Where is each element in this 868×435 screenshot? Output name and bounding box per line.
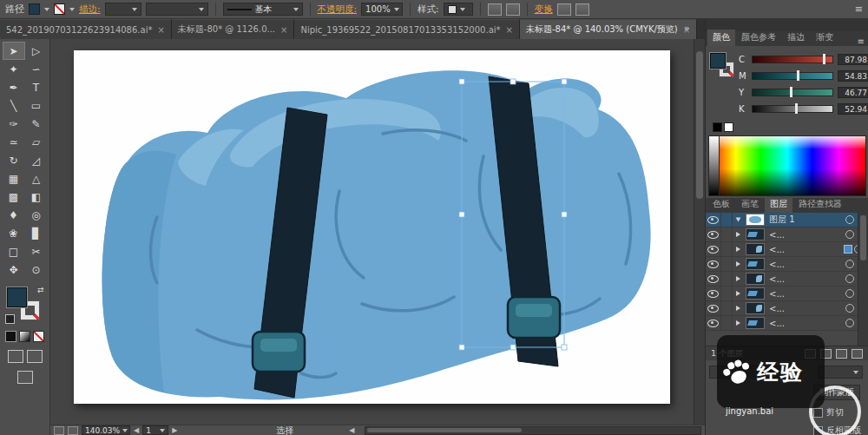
lock-toggle[interactable] <box>721 257 733 271</box>
delete-layer-icon[interactable] <box>852 349 863 359</box>
width-tool-icon[interactable]: ≃ <box>3 133 25 151</box>
default-fill-stroke-icon[interactable] <box>5 314 15 324</box>
zoom-dropdown[interactable]: 140.03% <box>82 425 130 435</box>
layer-label[interactable]: <... <box>767 289 845 299</box>
draw-normal-icon[interactable] <box>8 350 23 363</box>
magenta-slider[interactable] <box>752 72 833 80</box>
mesh-tool-icon[interactable]: ▩ <box>3 188 25 206</box>
target-circle-icon[interactable] <box>845 260 854 268</box>
rotate-tool-icon[interactable]: ↻ <box>3 151 25 169</box>
expand-arrow-icon[interactable] <box>733 217 743 222</box>
expand-arrow-icon[interactable] <box>733 276 743 281</box>
target-circle-icon[interactable] <box>845 304 854 313</box>
status-icon[interactable] <box>68 426 78 435</box>
screen-mode-icon[interactable] <box>17 371 33 384</box>
opacity-link[interactable]: 不透明度: <box>318 3 358 16</box>
pencil-tool-icon[interactable]: ✎ <box>25 115 48 133</box>
layer-row[interactable]: <... <box>706 257 868 272</box>
expand-arrow-icon[interactable] <box>733 261 743 267</box>
gradient-mode-icon[interactable] <box>19 331 30 342</box>
layer-row[interactable]: <... <box>706 272 868 287</box>
black-swatch[interactable] <box>713 122 722 132</box>
tab-brushes[interactable]: 画笔 <box>736 196 764 213</box>
expand-arrow-icon[interactable] <box>733 247 743 252</box>
perspective-grid-tool-icon[interactable]: △ <box>25 169 48 188</box>
white-swatch[interactable] <box>724 122 733 132</box>
style-dropdown[interactable] <box>444 3 473 16</box>
layer-row[interactable]: 图层 1 <box>706 213 868 227</box>
magenta-value[interactable]: 54.83 <box>838 70 868 82</box>
visibility-eye-icon[interactable] <box>706 213 721 227</box>
expand-arrow-icon[interactable] <box>733 320 743 326</box>
artboard-navigation-field[interactable]: 1 <box>142 425 168 435</box>
layers-scrollbar[interactable] <box>858 213 868 346</box>
expand-arrow-icon[interactable] <box>733 306 743 311</box>
rectangle-tool-icon[interactable]: ▭ <box>25 96 48 115</box>
lock-toggle[interactable] <box>721 287 733 300</box>
horizontal-scrollbar[interactable] <box>365 426 701 435</box>
layer-row[interactable]: <... <box>706 287 868 301</box>
grayscale-ramp[interactable] <box>709 136 720 195</box>
close-icon[interactable]: × <box>280 25 287 35</box>
eyedropper-tool-icon[interactable]: ♦ <box>3 206 25 224</box>
symbol-sprayer-tool-icon[interactable]: ❀ <box>3 224 25 242</box>
horizontal-scrollbar-thumb[interactable] <box>367 428 521 432</box>
scroll-left-icon[interactable]: ◀ <box>349 426 354 434</box>
layer-label[interactable]: <... <box>767 319 845 328</box>
layer-row[interactable]: <... <box>706 227 868 242</box>
fill-indicator[interactable] <box>7 287 27 307</box>
paintbrush-tool-icon[interactable]: ✑ <box>3 115 25 133</box>
expand-arrow-icon[interactable] <box>733 291 743 296</box>
lock-toggle[interactable] <box>721 301 733 315</box>
stroke-color-swatch[interactable] <box>54 3 65 15</box>
scale-tool-icon[interactable]: ◿ <box>25 151 48 169</box>
visibility-eye-icon[interactable] <box>706 257 721 271</box>
lock-toggle[interactable] <box>721 227 733 241</box>
panel-menu-icon[interactable]: ≡ <box>858 36 865 46</box>
lock-toggle[interactable] <box>721 213 733 227</box>
variable-width-dropdown[interactable] <box>146 3 208 16</box>
document-tab-active[interactable]: 未标题-84* @ 140.03% (CMYK/预览) × <box>520 19 697 39</box>
tab-layers[interactable]: 图层 <box>765 196 792 213</box>
fill-proxy[interactable] <box>710 53 726 69</box>
lasso-tool-icon[interactable]: ∽ <box>25 60 48 78</box>
layers-scrollbar-thumb[interactable] <box>860 215 866 260</box>
tab-gradient[interactable]: 渐变 <box>811 30 838 46</box>
brush-definition-dropdown[interactable]: 基本 <box>223 3 303 16</box>
blend-tool-icon[interactable]: ◎ <box>25 206 48 224</box>
graph-tool-icon[interactable]: ▊ <box>25 224 48 242</box>
document-setup-icon[interactable] <box>488 3 502 16</box>
layer-label[interactable]: <... <box>767 274 845 284</box>
panel-menu-icon[interactable]: ≡ <box>855 3 863 15</box>
eraser-tool-icon[interactable]: ▱ <box>25 133 48 151</box>
vertical-scrollbar-thumb[interactable] <box>696 51 703 199</box>
layer-row[interactable]: <... <box>706 316 868 331</box>
lock-toggle[interactable] <box>721 272 733 286</box>
close-icon[interactable]: × <box>506 25 513 35</box>
slider-marker[interactable] <box>823 54 825 64</box>
draw-behind-icon[interactable] <box>27 350 43 363</box>
align-icon[interactable] <box>557 3 571 16</box>
canvas-area[interactable] <box>50 39 705 425</box>
visibility-eye-icon[interactable] <box>706 316 721 330</box>
expand-arrow-icon[interactable] <box>733 232 743 237</box>
pen-tool-icon[interactable]: ✒ <box>3 78 25 96</box>
color-mode-icon[interactable] <box>5 331 16 342</box>
pathfinder-icon[interactable] <box>575 3 589 16</box>
target-circle-icon[interactable] <box>845 289 854 298</box>
close-icon[interactable]: × <box>157 25 164 35</box>
chevron-down-icon[interactable] <box>69 8 75 11</box>
yellow-slider[interactable] <box>752 89 833 96</box>
opacity-dropdown[interactable]: 100% <box>361 3 403 16</box>
fill-stroke-indicator[interactable] <box>710 53 736 79</box>
magic-wand-tool-icon[interactable]: ✦ <box>3 60 25 78</box>
black-slider[interactable] <box>752 105 833 113</box>
new-layer-icon[interactable] <box>836 349 847 359</box>
artboard[interactable] <box>74 50 670 404</box>
yellow-value[interactable]: 46.77 <box>838 87 868 98</box>
lock-toggle[interactable] <box>721 242 733 256</box>
layer-row[interactable]: <... <box>706 301 868 316</box>
document-tab[interactable]: 未标题-80* @ 1126.0... × <box>172 19 295 39</box>
target-circle-icon[interactable] <box>845 230 854 239</box>
tab-stroke[interactable]: 描边 <box>782 30 810 46</box>
